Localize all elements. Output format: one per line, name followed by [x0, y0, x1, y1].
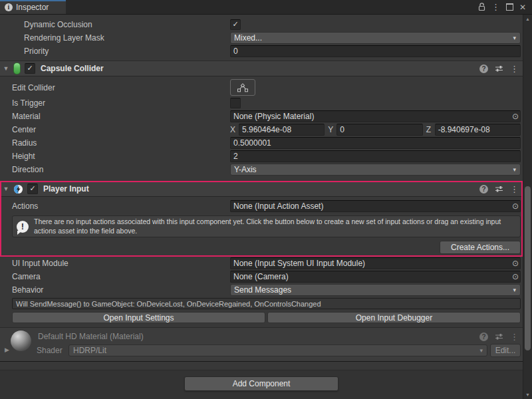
capsule-collider-header[interactable]: ▼ ✓ Capsule Collider ? ⋮	[0, 61, 523, 76]
actions-label: Actions	[12, 201, 230, 211]
check-icon: ✓	[232, 21, 238, 28]
edit-collider-icon	[237, 82, 249, 92]
rendering-layer-mask-value: Mixed...	[234, 33, 262, 43]
material-object-field[interactable]: None (Physic Material) ⊙	[230, 110, 521, 122]
dynamic-occlusion-label: Dynamic Occlusion	[24, 20, 230, 29]
camera-row: Camera None (Camera) ⊙	[0, 270, 523, 283]
kebab-menu-icon[interactable]: ⋮	[510, 65, 519, 73]
close-icon[interactable]: ✕	[519, 3, 526, 12]
kebab-menu-icon[interactable]: ⋮	[510, 185, 519, 194]
inspector-content: Dynamic Occlusion ✓ Rendering Layer Mask…	[0, 15, 523, 399]
scrollbar-thumb[interactable]	[525, 186, 531, 350]
z-axis-label: Z	[426, 125, 435, 134]
mesh-renderer-props: Dynamic Occlusion ✓ Rendering Layer Mask…	[0, 15, 523, 58]
help-icon[interactable]: ?	[479, 65, 488, 73]
open-input-debugger-button[interactable]: Open Input Debugger	[267, 312, 521, 323]
direction-value: Y-Axis	[234, 165, 257, 174]
camera-object-field[interactable]: None (Camera) ⊙	[230, 271, 521, 283]
camera-label: Camera	[12, 272, 230, 281]
exclamation-icon: !	[17, 221, 29, 233]
open-input-settings-button[interactable]: Open Input Settings	[12, 312, 265, 323]
center-y-value: 0	[340, 125, 344, 134]
is-trigger-checkbox[interactable]	[230, 98, 241, 108]
object-picker-icon[interactable]: ⊙	[512, 202, 519, 210]
chevron-down-icon: ▾	[513, 287, 516, 293]
actions-object-field[interactable]: None (Input Action Asset) ⊙	[230, 200, 521, 212]
edit-collider-button[interactable]	[230, 79, 255, 96]
height-value: 2	[233, 152, 238, 161]
unlock-icon[interactable]	[478, 3, 485, 11]
shader-dropdown: HDRP/Lit ▾	[68, 344, 487, 356]
radius-label: Radius	[12, 138, 230, 148]
player-input-header[interactable]: ▼ ✓ Player Input ? ⋮	[0, 181, 523, 197]
object-picker-icon[interactable]: ⊙	[512, 259, 519, 267]
radius-field[interactable]: 0.5000001	[230, 137, 521, 149]
actions-value: None (Input Action Asset)	[233, 201, 323, 211]
help-icon[interactable]: ?	[479, 185, 488, 194]
presets-icon[interactable]	[495, 65, 503, 72]
player-input-enabled-checkbox[interactable]: ✓	[27, 184, 38, 194]
is-trigger-label: Is Trigger	[12, 98, 230, 108]
capsule-collider-title: Capsule Collider	[41, 64, 104, 73]
behavior-value: Send Messages	[234, 285, 291, 295]
presets-icon[interactable]	[495, 185, 503, 193]
direction-dropdown[interactable]: Y-Axis ▾	[230, 164, 521, 176]
scroll-up-icon[interactable]: ▲	[523, 17, 532, 21]
help-icon: ?	[479, 332, 488, 341]
direction-label: Direction	[12, 165, 230, 174]
center-z-field[interactable]: -8.940697e-08	[435, 124, 521, 136]
priority-row: Priority 0	[0, 45, 523, 58]
center-x-field[interactable]: 5.960464e-08	[239, 124, 325, 136]
ui-input-module-value: None (Input System UI Input Module)	[233, 259, 365, 268]
material-row: Material None (Physic Material) ⊙	[0, 110, 523, 123]
no-actions-helpbox: ! There are no input actions associated …	[12, 215, 521, 237]
chevron-down-icon: ▾	[479, 347, 483, 354]
shader-edit-button: Edit...	[490, 344, 521, 357]
object-picker-icon[interactable]: ⊙	[512, 273, 519, 281]
ui-input-module-label: UI Input Module	[12, 259, 230, 268]
actions-row: Actions None (Input Action Asset) ⊙	[0, 200, 523, 213]
dynamic-occlusion-checkbox[interactable]: ✓	[230, 19, 241, 30]
center-y-field[interactable]: 0	[336, 124, 422, 136]
check-icon: ✓	[29, 185, 35, 192]
rendering-layer-mask-label: Rendering Layer Mask	[24, 33, 230, 43]
send-message-info: Will SendMessage() to GameObject: OnDevi…	[12, 298, 521, 309]
foldout-open-icon[interactable]: ▼	[3, 65, 9, 72]
height-label: Height	[12, 152, 230, 161]
radius-value: 0.5000001	[233, 138, 271, 148]
ui-input-module-object-field[interactable]: None (Input System UI Input Module) ⊙	[230, 257, 521, 269]
capsule-collider-enabled-checkbox[interactable]: ✓	[25, 63, 35, 74]
chevron-down-icon: ▾	[513, 35, 516, 41]
edit-collider-label: Edit Collider	[12, 83, 230, 92]
height-field[interactable]: 2	[230, 150, 521, 162]
center-z-value: -8.940697e-08	[438, 125, 490, 134]
maximize-icon[interactable]	[506, 3, 513, 11]
inspector-footer: Add Component	[0, 370, 523, 399]
dynamic-occlusion-row: Dynamic Occlusion ✓	[0, 18, 523, 31]
create-actions-button[interactable]: Create Actions...	[440, 241, 521, 254]
player-input-component: ▼ ✓ Player Input ? ⋮ Actions None (Input…	[0, 181, 523, 257]
material-value: None (Physic Material)	[233, 112, 314, 121]
scroll-down-icon[interactable]: ▼	[523, 392, 532, 397]
window-menu-icon[interactable]: ⋮	[491, 3, 500, 11]
foldout-closed-icon[interactable]: ▶	[5, 346, 9, 353]
rendering-layer-mask-row: Rendering Layer Mask Mixed... ▾	[0, 31, 523, 45]
direction-row: Direction Y-Axis ▾	[0, 163, 523, 176]
center-x-value: 5.960464e-08	[242, 125, 291, 134]
inspector-end-divider	[0, 362, 523, 370]
priority-field[interactable]: 0	[230, 45, 521, 57]
height-row: Height 2	[0, 150, 523, 163]
foldout-open-icon[interactable]: ▼	[3, 186, 9, 192]
vertical-scrollbar[interactable]: ▲ ▼	[523, 15, 532, 399]
material-title: Default HD Material (Material)	[38, 332, 144, 341]
ui-input-module-row: UI Input Module None (Input System UI In…	[0, 257, 523, 270]
behavior-dropdown[interactable]: Send Messages ▾	[230, 284, 521, 296]
add-component-button[interactable]: Add Component	[184, 376, 338, 391]
is-trigger-row: Is Trigger	[0, 96, 523, 110]
chevron-down-icon: ▾	[513, 167, 516, 173]
rendering-layer-mask-dropdown[interactable]: Mixed... ▾	[230, 32, 521, 44]
behavior-row: Behavior Send Messages ▾	[0, 283, 523, 297]
center-label: Center	[12, 125, 230, 134]
tab-inspector[interactable]: i Inspector	[0, 0, 66, 14]
object-picker-icon[interactable]: ⊙	[512, 112, 519, 120]
